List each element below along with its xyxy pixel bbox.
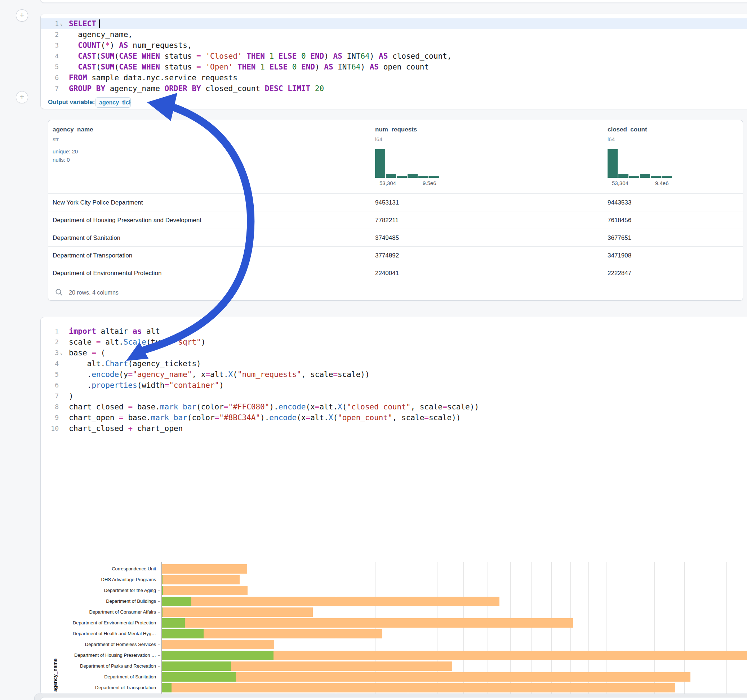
code-line[interactable]: 7) [41,391,747,401]
code-text: alt.Chart(agency_tickets) [69,358,201,369]
column-histogram[interactable] [608,148,673,178]
column-header[interactable]: agency_name [53,126,93,133]
y-axis-tick [158,666,160,667]
column-stat: nulls: 0 [53,157,70,163]
bar-closed-count[interactable] [162,608,313,617]
y-axis-label: Department of Parks and Recreation [51,663,156,669]
bar-closed-count[interactable] [162,683,675,692]
code-line[interactable]: 2scale = alt.Scale(type="sqrt") [41,337,747,347]
search-icon[interactable] [55,288,63,298]
y-axis-label: Department for the Aging [51,588,156,593]
code-text: CAST(SUM(CASE WHEN status = 'Closed' THE… [69,51,452,62]
histogram-min-label: 53,304 [612,180,628,186]
y-axis-label: Department of Buildings [51,599,156,604]
collapse-chevron-icon[interactable]: ∨ [60,20,63,30]
code-text: GROUP BY agency_name ORDER BY closed_cou… [69,83,324,94]
bar-closed-count[interactable] [162,640,274,649]
chart-gridline [713,562,713,700]
code-line[interactable]: 6 .properties(width="container") [41,380,747,391]
bar-open-count[interactable] [162,597,191,606]
bar-open-count[interactable] [162,651,274,660]
table-row[interactable]: Department of Environmental Protection22… [48,264,742,282]
code-text: chart_closed = base.mark_bar(color="#FFC… [69,401,479,412]
bar-open-count[interactable] [162,672,236,682]
table-row[interactable]: Department of Housing Preservation and D… [48,211,742,229]
table-row[interactable]: New York City Police Department945313194… [48,193,742,211]
histogram-bar [397,176,407,178]
code-text: SELECT [69,18,100,29]
bar-open-count[interactable] [162,629,204,638]
column-type: str [53,136,59,142]
table-cell: Department of Environmental Protection [53,264,162,282]
python-code-editor[interactable]: 1import altair as alt2scale = alt.Scale(… [41,326,747,434]
line-number: 8 [41,401,59,412]
table-cell: 7782211 [375,211,399,229]
code-text: import altair as alt [69,326,160,337]
line-number: 2 [41,337,59,347]
code-line[interactable]: 5 .encode(y="agency_name", x=alt.X("num_… [41,369,747,380]
bar-open-count[interactable] [162,618,185,628]
table-cell: New York City Police Department [53,194,143,211]
y-axis-tick [158,644,160,645]
code-line[interactable]: 1import altair as alt [41,326,747,337]
code-line[interactable]: 7GROUP BY agency_name ORDER BY closed_co… [41,83,747,94]
y-axis-tick [158,569,160,569]
bar-closed-count[interactable] [162,597,499,606]
y-axis-tick [158,677,160,677]
table-row[interactable]: Department of Transportation377489234719… [48,246,742,264]
line-number: 9 [41,412,59,423]
bar-closed-count[interactable] [162,586,248,595]
y-axis-tick [158,688,160,688]
histogram-bar [408,174,417,178]
histogram-bar [662,176,672,178]
code-line[interactable]: 9chart_open = base.mark_bar(color="#8BC3… [41,412,747,423]
column-header[interactable]: num_requests [375,126,417,133]
code-line[interactable]: 4 CAST(SUM(CASE WHEN status = 'Closed' T… [41,51,747,62]
add-cell-button-top[interactable]: + [16,9,28,22]
y-axis-label: Correspondence Unit [51,566,156,572]
table-cell: 2240041 [375,264,399,282]
code-line[interactable]: 1∨SELECT [41,18,747,29]
column-type: i64 [375,136,382,142]
bar-closed-count[interactable] [162,575,240,584]
bar-closed-count[interactable] [162,564,247,573]
y-axis-label: Department of Health and Mental Hyg… [51,631,156,636]
sql-code-editor[interactable]: 1∨SELECT2 agency_name,3 COUNT(*) AS num_… [41,18,747,95]
y-axis-label: Department of Environmental Protection [51,620,156,626]
code-line[interactable]: 8chart_closed = base.mark_bar(color="#FF… [41,401,747,412]
y-axis-label: Department of Consumer Affairs [51,609,156,615]
line-number: 3 [41,347,59,358]
column-type: i64 [608,136,615,142]
histogram-bar [375,149,385,178]
code-line[interactable]: 6FROM sample_data.nyc.service_requests [41,72,747,83]
histogram-bar [651,176,661,178]
code-line[interactable]: 3 COUNT(*) AS num_requests, [41,40,747,51]
bar-open-count[interactable] [162,683,171,692]
add-cell-button-output[interactable]: + [16,91,28,103]
code-line[interactable]: 3∨base = ( [41,347,747,358]
code-line[interactable]: 2 agency_name, [41,29,747,40]
table-row[interactable]: Department of Sanitation37494853677651 [48,229,742,246]
table-header: agency_namestrunique: 20nulls: 0num_requ… [48,120,742,193]
next-cell-fragment [40,697,747,700]
bar-closed-count[interactable] [162,672,690,682]
histogram-max-label: 9.5e6 [423,180,436,186]
table-row-count: 20 rows, 4 columns [69,290,119,296]
bar-open-count[interactable] [162,661,231,671]
column-histogram[interactable] [375,148,441,178]
bar-closed-count[interactable] [162,618,573,628]
column-stat: unique: 20 [53,148,78,154]
code-text: scale = alt.Scale(type="sqrt") [69,337,206,347]
line-number: 6 [41,380,59,391]
code-line[interactable]: 5 CAST(SUM(CASE WHEN status = 'Open' THE… [41,62,747,72]
column-header[interactable]: closed_count [608,126,647,133]
code-line[interactable]: 10chart_closed + chart_open [41,423,747,434]
collapse-chevron-icon[interactable]: ∨ [60,348,63,359]
y-axis-domain-line [162,562,162,700]
output-variable-pill[interactable]: agency_tickets [95,97,131,108]
code-line[interactable]: 4 alt.Chart(agency_tickets) [41,358,747,369]
line-number: 4 [41,358,59,369]
table-cell: Department of Housing Preservation and D… [53,211,201,229]
table-cell: 9443533 [608,194,631,211]
table-cell: 3677651 [608,229,631,247]
